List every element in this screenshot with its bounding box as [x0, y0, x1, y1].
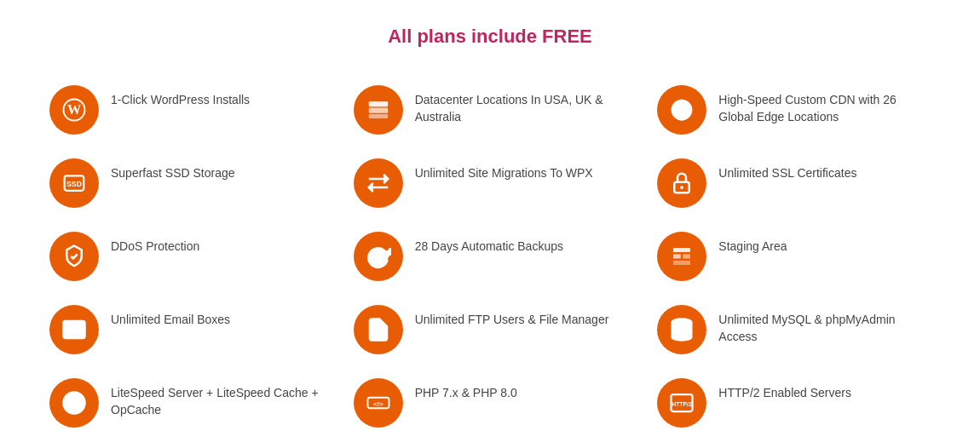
ssd-icon: SSD: [49, 158, 99, 208]
feature-label-automatic-backups: 28 Days Automatic Backups: [415, 232, 563, 256]
feature-label-mysql-access: Unlimited MySQL & phpMyAdmin Access: [718, 305, 931, 345]
svg-text:HTTP/2: HTTP/2: [672, 401, 693, 407]
feature-item-ftp-users: Unlimited FTP Users & File Manager: [338, 293, 643, 366]
page-title: All plans include FREE: [34, 26, 946, 48]
svg-text:W: W: [67, 102, 81, 118]
feature-label-ddos-protection: DDoS Protection: [111, 232, 199, 256]
feature-item-email-boxes: Unlimited Email Boxes: [34, 293, 338, 366]
svg-text:SSD: SSD: [66, 180, 82, 188]
svg-point-6: [677, 101, 687, 120]
feature-item-ssd-storage: SSDSuperfast SSD Storage: [34, 147, 338, 220]
http2-icon: HTTP/2: [657, 378, 706, 428]
feature-item-wordpress-installs: W1-Click WordPress Installs: [34, 73, 338, 147]
feature-label-ftp-users: Unlimited FTP Users & File Manager: [415, 305, 609, 329]
wordpress-icon: W: [49, 85, 99, 135]
feature-item-litespeed: LiteSpeed Server + LiteSpeed Cache + OpC…: [34, 366, 338, 431]
feature-label-site-migrations: Unlimited Site Migrations To WPX: [415, 158, 593, 182]
svg-rect-2: [368, 101, 388, 106]
feature-label-custom-cdn: High-Speed Custom CDN with 26 Global Edg…: [718, 85, 931, 125]
backup-icon: [354, 232, 403, 281]
svg-rect-4: [368, 114, 388, 118]
speed-icon: [49, 378, 99, 428]
shield-icon: [49, 232, 99, 281]
migration-icon: [354, 158, 403, 208]
feature-item-datacenter-locations: Datacenter Locations In USA, UK & Austra…: [338, 73, 643, 147]
ssl-icon: [657, 158, 706, 208]
feature-item-automatic-backups: 28 Days Automatic Backups: [338, 220, 643, 293]
database-icon: [657, 305, 706, 354]
staging-icon: [657, 232, 706, 281]
svg-point-14: [680, 186, 683, 189]
svg-rect-3: [368, 108, 388, 113]
feature-label-wordpress-installs: 1-Click WordPress Installs: [111, 85, 250, 109]
feature-item-staging-area: Staging Area: [642, 220, 946, 293]
feature-item-mysql-access: Unlimited MySQL & phpMyAdmin Access: [642, 293, 946, 366]
feature-label-datacenter-locations: Datacenter Locations In USA, UK & Austra…: [415, 85, 627, 125]
page-wrapper: All plans include FREE W1-Click WordPres…: [0, 0, 980, 431]
feature-item-custom-cdn: High-Speed Custom CDN with 26 Global Edg…: [642, 73, 946, 147]
ftp-icon: [354, 305, 403, 354]
server-icon: [354, 85, 403, 135]
php-icon: </>: [354, 378, 403, 428]
feature-label-email-boxes: Unlimited Email Boxes: [111, 305, 230, 329]
feature-label-http2: HTTP/2 Enabled Servers: [718, 378, 851, 402]
globe-icon: [657, 85, 706, 135]
feature-label-ssl-certificates: Unlimited SSL Certificates: [718, 158, 856, 182]
feature-item-site-migrations: Unlimited Site Migrations To WPX: [338, 147, 643, 220]
feature-label-ssd-storage: Superfast SSD Storage: [111, 158, 235, 182]
svg-text:</>: </>: [373, 400, 383, 408]
feature-label-staging-area: Staging Area: [718, 232, 787, 256]
feature-label-php: PHP 7.x & PHP 8.0: [415, 378, 517, 402]
feature-item-php: </>PHP 7.x & PHP 8.0: [338, 366, 643, 431]
features-grid: W1-Click WordPress InstallsDatacenter Lo…: [34, 73, 946, 431]
feature-item-ddos-protection: DDoS Protection: [34, 220, 338, 293]
feature-item-ssl-certificates: Unlimited SSL Certificates: [642, 147, 946, 220]
feature-label-litespeed: LiteSpeed Server + LiteSpeed Cache + OpC…: [111, 378, 323, 418]
email-icon: [49, 305, 99, 354]
feature-item-http2: HTTP/2HTTP/2 Enabled Servers: [642, 366, 946, 431]
